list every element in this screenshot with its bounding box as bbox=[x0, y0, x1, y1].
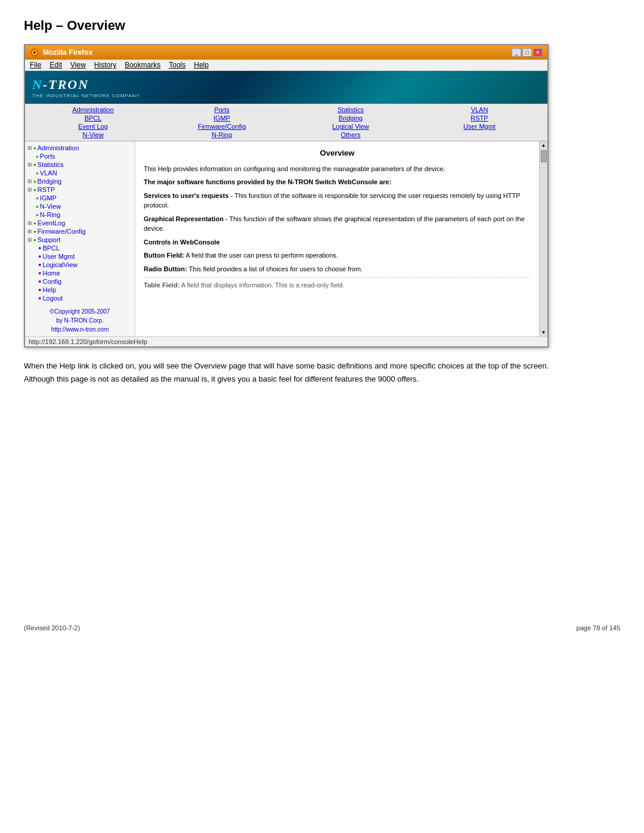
sidebar-label: Logout bbox=[42, 295, 63, 302]
nav-empty bbox=[416, 131, 543, 138]
help-item-title: Graphical Representation bbox=[144, 215, 224, 222]
sidebar-item-help[interactable]: ● Help bbox=[27, 286, 132, 294]
sidebar-item-nview[interactable]: ● N-View bbox=[27, 202, 132, 210]
window-buttons[interactable]: _ □ ✕ bbox=[512, 48, 543, 57]
sidebar-item-eventlog[interactable]: ⊞ ● EventLog bbox=[27, 219, 132, 227]
status-bar: http://192.168.1.220/goform/consoleHelp bbox=[25, 336, 547, 346]
plus-icon: ⊞ bbox=[27, 220, 32, 226]
sidebar-label: Config bbox=[42, 278, 61, 285]
help-control-button: Button Field: A field that the user can … bbox=[144, 250, 531, 261]
page-footer: (Revised 2010-7-2) page 78 of 145 bbox=[24, 624, 620, 631]
scrollbar[interactable]: ▲ ▼ bbox=[539, 141, 547, 336]
bullet-icon: ● bbox=[33, 187, 36, 193]
sidebar-label: VLAN bbox=[40, 169, 57, 176]
maximize-button[interactable]: □ bbox=[522, 48, 532, 57]
plus-icon: ⊞ bbox=[27, 228, 32, 234]
sidebar-label: N-View bbox=[40, 203, 61, 210]
sidebar-item-ports[interactable]: ● Ports bbox=[27, 152, 132, 160]
nav-nring[interactable]: N-Ring bbox=[159, 131, 285, 138]
svg-point-2 bbox=[33, 51, 36, 54]
plus-icon: ⊞ bbox=[27, 237, 32, 243]
help-panel: Overview This Help provides information … bbox=[135, 141, 547, 336]
menu-history[interactable]: History bbox=[94, 61, 116, 69]
sidebar-item-igmp[interactable]: ● IGMP bbox=[27, 194, 132, 202]
menu-tools[interactable]: Tools bbox=[169, 61, 185, 69]
control-title: Table Field: bbox=[144, 281, 179, 289]
help-item-graphical: Graphical Representation - This function… bbox=[144, 214, 531, 234]
bullet-sub-icon: ● bbox=[38, 262, 41, 268]
bullet-icon: ● bbox=[33, 179, 36, 184]
nav-bpcl[interactable]: BPCL bbox=[30, 114, 156, 122]
nav-statistics[interactable]: Statistics bbox=[287, 106, 414, 113]
title-bar: Mozilla Firefox _ □ ✕ bbox=[25, 45, 547, 60]
nav-igmp[interactable]: IGMP bbox=[159, 114, 285, 122]
scroll-up-button[interactable]: ▲ bbox=[540, 141, 547, 149]
status-url: http://192.168.1.220/goform/consoleHelp bbox=[29, 338, 147, 345]
help-control-radio: Radio Button: This field provides a list… bbox=[144, 264, 531, 274]
browser-window: Mozilla Firefox _ □ ✕ File Edit View His… bbox=[24, 44, 549, 348]
bullet-icon: ● bbox=[33, 145, 36, 151]
sidebar-label: Administration bbox=[38, 144, 79, 151]
nav-rstp[interactable]: RSTP bbox=[416, 114, 543, 122]
control-title: Button Field: bbox=[144, 252, 184, 259]
sidebar-item-nring[interactable]: ● N-Ring bbox=[27, 210, 132, 219]
sidebar-label: Statistics bbox=[38, 161, 64, 168]
menu-help[interactable]: Help bbox=[194, 61, 209, 69]
minimize-button[interactable]: _ bbox=[512, 48, 521, 57]
sidebar-label: RSTP bbox=[38, 186, 55, 193]
sidebar-item-bpcl[interactable]: ● BPCL bbox=[27, 244, 132, 252]
sidebar-item-logout[interactable]: ● Logout bbox=[27, 294, 132, 302]
footer-revision: (Revised 2010-7-2) bbox=[24, 624, 80, 631]
sidebar-item-rstp[interactable]: ⊞ ● RSTP bbox=[27, 185, 132, 194]
sidebar-item-usermgmt[interactable]: ● User Mgmt bbox=[27, 252, 132, 261]
nav-others[interactable]: Others bbox=[287, 131, 414, 138]
nav-eventlog[interactable]: Event Log bbox=[30, 123, 156, 130]
sidebar-item-support[interactable]: ⊞ ● Support bbox=[27, 236, 132, 244]
browser-title: Mozilla Firefox bbox=[43, 48, 92, 57]
help-control-table: Table Field: A field that displays infor… bbox=[144, 277, 531, 290]
sidebar-item-statistics[interactable]: ⊞ ● Statistics bbox=[27, 160, 132, 169]
sidebar-label: EventLog bbox=[38, 219, 65, 227]
close-button[interactable]: ✕ bbox=[533, 48, 543, 57]
menu-edit[interactable]: Edit bbox=[49, 61, 62, 69]
bullet-icon: ● bbox=[33, 221, 36, 226]
nav-usermgmt[interactable]: User Mgmt bbox=[416, 123, 543, 130]
nav-bridging[interactable]: Bridging bbox=[287, 114, 414, 122]
bullet-icon: ● bbox=[36, 204, 39, 209]
sidebar-item-home[interactable]: ● Home bbox=[27, 269, 132, 277]
nav-administration[interactable]: Administration bbox=[30, 106, 156, 113]
sidebar-item-bridging[interactable]: ⊞ ● Bridging bbox=[27, 177, 132, 185]
menu-view[interactable]: View bbox=[70, 61, 86, 69]
nav-firmware[interactable]: Firmware/Config bbox=[159, 123, 285, 130]
title-bar-left: Mozilla Firefox bbox=[30, 48, 92, 57]
nav-nview[interactable]: N-View bbox=[30, 131, 156, 138]
sidebar-label: Firmware/Config bbox=[38, 228, 86, 235]
sidebar-label: Help bbox=[42, 286, 56, 293]
menu-bookmarks[interactable]: Bookmarks bbox=[125, 61, 160, 69]
plus-icon: ⊞ bbox=[27, 187, 32, 193]
sidebar-item-administration[interactable]: ⊞ ● Administration bbox=[27, 144, 132, 152]
firefox-icon bbox=[30, 48, 39, 57]
sidebar-item-config[interactable]: ● Config bbox=[27, 277, 132, 286]
sidebar-item-firmware[interactable]: ⊞ ● Firmware/Config bbox=[27, 227, 132, 236]
scroll-down-button[interactable]: ▼ bbox=[540, 329, 547, 336]
help-section1: The major software functions provided by… bbox=[144, 177, 531, 187]
banner-logo: N-TRON bbox=[32, 77, 140, 92]
plus-icon: ⊞ bbox=[27, 162, 32, 168]
doc-body-text: When the Help link is clicked on, you wi… bbox=[24, 360, 549, 386]
sidebar-item-logicalview[interactable]: ● LogicalView bbox=[27, 261, 132, 269]
bullet-icon: ● bbox=[36, 154, 39, 159]
sidebar-item-vlan[interactable]: ● VLAN bbox=[27, 169, 132, 177]
page-title: Help – Overview bbox=[24, 18, 620, 33]
menu-file[interactable]: File bbox=[30, 61, 41, 69]
nav-logical[interactable]: Logical View bbox=[287, 123, 414, 130]
bullet-sub-icon: ● bbox=[38, 253, 41, 259]
nav-vlan[interactable]: VLAN bbox=[416, 106, 543, 113]
nav-ports[interactable]: Ports bbox=[159, 106, 285, 113]
scroll-thumb[interactable] bbox=[541, 150, 547, 162]
sidebar-copyright: ©Copyright 2005-2007by N-TRON Corp.http:… bbox=[27, 307, 132, 334]
menu-bar: File Edit View History Bookmarks Tools H… bbox=[25, 60, 547, 71]
bullet-sub-icon: ● bbox=[38, 245, 41, 251]
help-intro: This Help provides information on config… bbox=[144, 164, 531, 174]
control-desc: A field that the user can press to perfo… bbox=[185, 252, 338, 259]
